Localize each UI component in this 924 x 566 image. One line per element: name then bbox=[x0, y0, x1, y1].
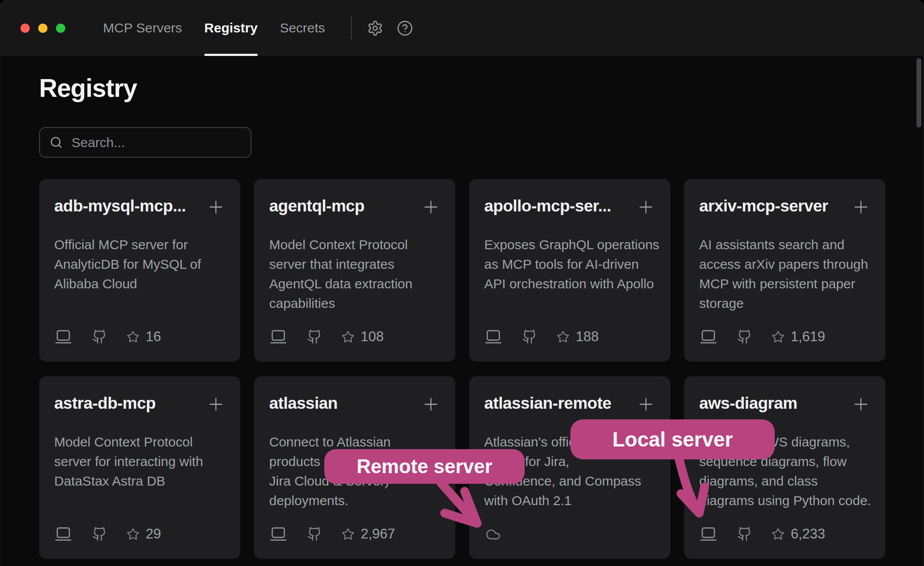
github-icon bbox=[307, 526, 322, 542]
add-server-button[interactable] bbox=[852, 198, 870, 216]
local-server-icon bbox=[54, 329, 72, 344]
server-description: Exposes GraphQL operationsas MCP tools f… bbox=[484, 235, 655, 294]
star-count: 29 bbox=[146, 526, 161, 542]
titlebar-divider bbox=[351, 17, 352, 39]
close-window-button[interactable] bbox=[20, 24, 30, 33]
server-name: atlassian bbox=[269, 394, 338, 413]
tab-secrets[interactable]: Secrets bbox=[280, 0, 325, 56]
server-card[interactable]: astra-db-mcp Model Context Protocolserve… bbox=[39, 376, 240, 559]
plus-icon bbox=[637, 198, 655, 216]
github-icon bbox=[737, 329, 752, 344]
server-card[interactable]: adb-mysql-mcp... Official MCP server for… bbox=[39, 179, 240, 362]
tab-label: MCP Servers bbox=[103, 20, 182, 36]
local-server-icon bbox=[699, 526, 717, 542]
card-footer: 108 bbox=[269, 329, 440, 345]
server-description: Model Context Protocolserver for interac… bbox=[54, 432, 225, 491]
card-footer: 188 bbox=[484, 329, 655, 345]
github-stars: 16 bbox=[127, 329, 161, 345]
github-icon bbox=[737, 526, 752, 542]
search-box[interactable] bbox=[39, 127, 251, 158]
local-server-icon bbox=[269, 329, 287, 344]
plus-icon bbox=[852, 395, 870, 414]
server-card[interactable]: aws-diagram Generate AWS diagrams,sequen… bbox=[684, 376, 885, 559]
star-count: 188 bbox=[576, 329, 599, 345]
search-icon bbox=[49, 136, 63, 149]
app-window: MCP Servers Registry Secrets Regist bbox=[0, 0, 924, 566]
settings-gear-icon[interactable] bbox=[367, 20, 383, 36]
star-icon bbox=[772, 331, 785, 343]
plus-icon bbox=[207, 395, 225, 414]
star-count: 6,233 bbox=[791, 526, 825, 542]
plus-icon bbox=[852, 198, 870, 216]
github-icon bbox=[522, 329, 537, 344]
add-server-button[interactable] bbox=[207, 198, 225, 216]
server-description: Generate AWS diagrams,sequence diagrams,… bbox=[699, 432, 870, 510]
server-description: Official MCP server forAnalyticDB for My… bbox=[54, 235, 225, 294]
tab-mcp-servers[interactable]: MCP Servers bbox=[103, 0, 182, 56]
server-name: apollo-mcp-ser... bbox=[484, 197, 611, 215]
card-footer: 2,967 bbox=[269, 526, 440, 542]
server-card[interactable]: apollo-mcp-ser... Exposes GraphQL operat… bbox=[469, 179, 670, 362]
add-server-button[interactable] bbox=[422, 198, 440, 216]
star-count: 108 bbox=[361, 329, 384, 345]
github-icon bbox=[92, 329, 107, 344]
server-card[interactable]: arxiv-mcp-server AI assistants search an… bbox=[684, 179, 885, 362]
add-server-button[interactable] bbox=[637, 395, 655, 414]
server-card[interactable]: atlassian-remote Atlassian's official MC… bbox=[469, 376, 670, 559]
server-grid: adb-mysql-mcp... Official MCP server for… bbox=[39, 179, 885, 559]
server-card[interactable]: atlassian Connect to Atlassianproducts (… bbox=[254, 376, 455, 559]
star-icon bbox=[342, 331, 354, 343]
registry-page: Registry adb-mysql-mcp... Official M bbox=[0, 73, 924, 559]
add-server-button[interactable] bbox=[422, 395, 440, 414]
local-server-icon bbox=[484, 329, 502, 344]
help-icon[interactable] bbox=[397, 20, 413, 36]
local-server-icon bbox=[699, 329, 717, 344]
title-bar: MCP Servers Registry Secrets bbox=[0, 0, 924, 56]
server-description: Atlassian's official MCPserver for Jira,… bbox=[484, 432, 655, 510]
plus-icon bbox=[422, 395, 440, 414]
server-name: adb-mysql-mcp... bbox=[54, 197, 186, 215]
main-nav-tabs: MCP Servers Registry Secrets bbox=[103, 0, 325, 56]
tab-label: Secrets bbox=[280, 20, 325, 36]
star-icon bbox=[342, 528, 354, 541]
server-card[interactable]: agentql-mcp Model Context Protocolserver… bbox=[254, 179, 455, 362]
star-count: 16 bbox=[146, 329, 161, 345]
minimize-window-button[interactable] bbox=[38, 24, 48, 33]
maximize-window-button[interactable] bbox=[56, 24, 65, 33]
plus-icon bbox=[422, 198, 440, 216]
star-icon bbox=[772, 528, 785, 541]
add-server-button[interactable] bbox=[207, 395, 225, 414]
plus-icon bbox=[207, 198, 225, 216]
star-count: 2,967 bbox=[361, 526, 395, 542]
star-icon bbox=[127, 331, 139, 343]
server-description: Connect to Atlassianproducts (Confluence… bbox=[269, 432, 440, 510]
server-name: agentql-mcp bbox=[269, 197, 364, 215]
card-footer: 16 bbox=[54, 329, 225, 345]
plus-icon bbox=[637, 395, 655, 414]
scrollbar-thumb[interactable] bbox=[916, 58, 921, 128]
tab-label: Registry bbox=[204, 20, 258, 36]
server-name: aws-diagram bbox=[699, 394, 797, 413]
server-name: arxiv-mcp-server bbox=[699, 197, 828, 215]
local-server-icon bbox=[269, 526, 287, 542]
card-footer: 29 bbox=[54, 526, 225, 542]
star-count: 1,619 bbox=[791, 329, 825, 345]
tab-registry[interactable]: Registry bbox=[204, 0, 258, 56]
star-icon bbox=[557, 331, 570, 343]
github-stars: 6,233 bbox=[772, 526, 825, 542]
remote-server-cloud-icon bbox=[484, 527, 502, 542]
server-description: AI assistants search andaccess arXiv pap… bbox=[699, 235, 870, 313]
github-stars: 108 bbox=[342, 329, 384, 345]
server-description: Model Context Protocolserver that integr… bbox=[269, 235, 440, 313]
github-stars: 188 bbox=[557, 329, 599, 345]
page-title: Registry bbox=[39, 73, 885, 103]
local-server-icon bbox=[54, 526, 72, 542]
traffic-lights bbox=[20, 0, 65, 56]
star-icon bbox=[127, 528, 139, 541]
search-input[interactable] bbox=[71, 135, 244, 151]
github-icon bbox=[92, 526, 107, 542]
server-name: astra-db-mcp bbox=[54, 394, 155, 413]
add-server-button[interactable] bbox=[637, 198, 655, 216]
card-footer bbox=[484, 527, 655, 542]
add-server-button[interactable] bbox=[852, 395, 870, 414]
